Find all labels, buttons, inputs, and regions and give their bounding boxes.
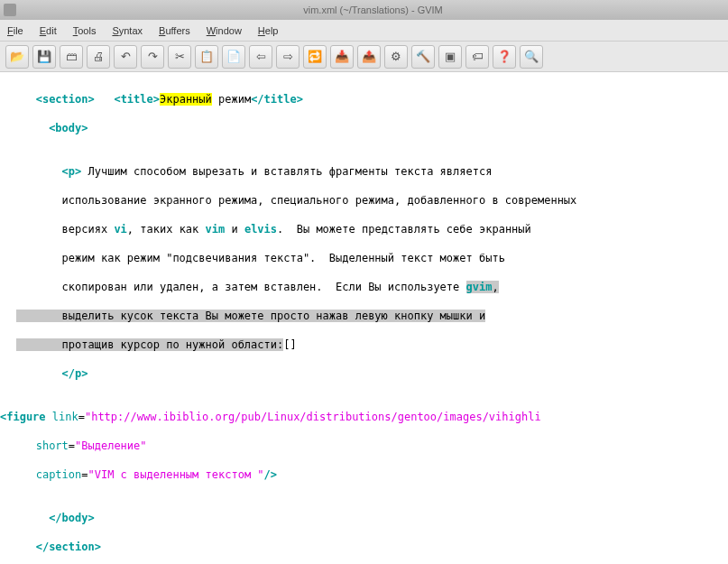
session-load-icon[interactable]: 📥 [330, 45, 354, 69]
shell-icon[interactable]: ▣ [438, 45, 462, 69]
paste-icon[interactable]: 📄 [222, 45, 245, 69]
replace-icon[interactable]: 🔁 [303, 45, 327, 69]
toolbar: 📂 💾 🗃 🖨 ↶ ↷ ✂ 📋 📄 ⇦ ⇨ 🔁 📥 📤 ⚙ 🔨 ▣ 🏷 ❓ 🔍 [0, 42, 728, 72]
titlebar: vim.xml (~/Translations) - GVIM [0, 0, 728, 20]
window-title: vim.xml (~/Translations) - GVIM [303, 5, 443, 15]
copy-icon[interactable]: 📋 [195, 45, 218, 69]
menu-file[interactable]: File [7, 25, 23, 36]
undo-icon[interactable]: ↶ [114, 45, 137, 69]
menubar: File Edit Tools Syntax Buffers Window He… [0, 20, 728, 42]
menu-syntax[interactable]: Syntax [112, 25, 143, 36]
save-all-icon[interactable]: 🗃 [60, 45, 83, 69]
menu-help[interactable]: Help [258, 25, 279, 36]
editor-area[interactable]: <section> <title>Экранный режим</title> … [0, 72, 728, 564]
find-next-icon[interactable]: ⇨ [276, 45, 299, 69]
save-icon[interactable]: 💾 [32, 45, 56, 69]
help-icon[interactable]: ❓ [493, 45, 516, 69]
find-help-icon[interactable]: 🔍 [520, 45, 543, 69]
menu-tools[interactable]: Tools [73, 25, 97, 36]
menu-window[interactable]: Window [207, 25, 242, 36]
script-icon[interactable]: ⚙ [384, 45, 408, 69]
cut-icon[interactable]: ✂ [168, 45, 191, 69]
session-save-icon[interactable]: 📤 [357, 45, 381, 69]
redo-icon[interactable]: ↷ [141, 45, 164, 69]
print-icon[interactable]: 🖨 [87, 45, 110, 69]
make-icon[interactable]: 🔨 [411, 45, 435, 69]
menu-buffers[interactable]: Buffers [159, 25, 190, 36]
find-prev-icon[interactable]: ⇦ [249, 45, 272, 69]
window-icon [4, 4, 16, 16]
menu-edit[interactable]: Edit [40, 25, 57, 36]
open-icon[interactable]: 📂 [5, 45, 29, 69]
tag-icon[interactable]: 🏷 [465, 45, 489, 69]
